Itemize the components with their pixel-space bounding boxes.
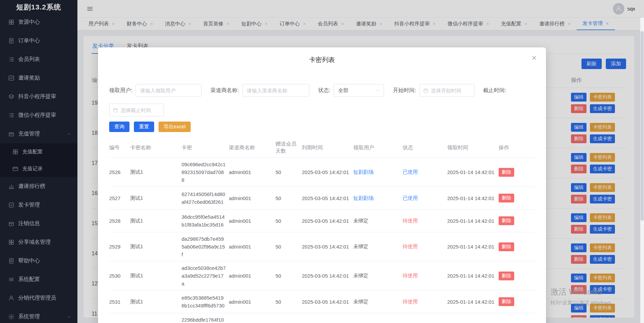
cell-receive-user: 未绑定 [353,210,403,232]
vertical-scrollbar [640,18,644,323]
status-badge: 待使用 [403,299,418,304]
calendar-icon [113,108,118,113]
column-header: 渠道商名称 [229,138,276,158]
receive-user-text: 未绑定 [353,243,368,249]
cell-status: 已使用 [403,187,447,210]
end-time-input[interactable] [121,107,160,113]
cell-expire-time: 2025-03-05 14:42:00 [302,313,353,323]
query-button[interactable]: 查询 [109,122,129,132]
column-header: 卡密名称 [130,138,182,158]
status-badge: 已使用 [403,169,418,175]
card-key-table: 编号卡密名称卡密渠道商名称赠送会员天数到期时间领取用户状态领取时间操作 2526… [109,138,535,323]
cell-days: 50 [276,158,302,187]
card-key-table-header: 编号卡密名称卡密渠道商名称赠送会员天数到期时间领取用户状态领取时间操作 [109,138,535,158]
delete-button[interactable]: 删除 [499,216,514,225]
channel-name-label: 渠道商名称: [210,87,239,94]
cell-status: 待使用 [403,232,447,261]
cell-name: 测试1 [130,232,182,261]
cell-key: 2296bddfe1764f109ec67a2ede27d1a9 [182,313,229,323]
cell-channel: admin001 [229,187,276,210]
scrollbar-thumb[interactable] [641,31,644,221]
cell-receive-user: 未绑定 [353,290,403,313]
cell-receive-time: 2025-01-14 14:42:01 [447,187,499,210]
cell-key: e85c353885e54196b1cc349fff6d5730 [182,290,229,313]
cell-id: 2531 [109,290,130,313]
column-header: 到期时间 [302,138,353,158]
receive-user-input[interactable] [136,84,201,97]
cell-receive-user: 未绑定 [353,313,403,323]
cell-id: 2514 [109,313,130,323]
cell-expire-time: 2025-03-05 14:42:01 [302,187,353,210]
cell-actions: 删除 [499,261,535,290]
cell-id: 2528 [109,210,130,232]
cell-receive-time: 2025-01-14 14:42:01 [447,210,499,232]
status-badge: 待使用 [403,218,418,223]
cell-days: 50 [276,232,302,261]
cell-days: 50 [276,187,302,210]
cell-channel: admin001 [229,158,276,187]
receive-user-text: 未绑定 [353,299,368,304]
status-badge: 已使用 [403,195,418,201]
cell-actions: 删除 [499,187,535,210]
column-header: 领取用户 [353,138,403,158]
cell-days: 50 [276,210,302,232]
cell-days: 50 [276,313,302,323]
cell-status: 待使用 [403,210,447,232]
cell-id: 2527 [109,187,130,210]
column-header: 操作 [499,138,535,158]
card-key-modal: 卡密列表 领取用户: 渠道商名称: 状态: 全部 开始时间: 截止时间: 查询 … [98,47,546,323]
cell-name: 测试1 [130,158,182,187]
cell-name: 测试1 [130,290,182,313]
delete-button[interactable]: 删除 [499,194,514,202]
column-header: 赠送会员天数 [276,138,302,158]
cell-actions: 删除 [499,232,535,261]
cell-receive-time: 2025-01-14 14:42:01 [447,158,499,187]
delete-button[interactable]: 删除 [499,168,514,177]
column-header: 卡密 [182,138,229,158]
card-key-row: 2526测试109c696ed2cc942c1892315097dad7088a… [109,158,535,187]
export-excel-button[interactable]: 导出excel [159,122,191,132]
start-time-picker[interactable] [420,84,474,97]
cell-expire-time: 2025-03-05 14:42:01 [302,210,353,232]
receive-user-label: 领取用户: [109,87,132,94]
cell-receive-time: 2025-01-14 14:42:00 [447,313,499,323]
receive-user-text: 未绑定 [353,273,368,278]
cell-channel: admin001 [229,290,276,313]
cell-expire-time: 2025-03-05 14:42:01 [302,232,353,261]
cell-actions: 删除 [499,313,535,323]
cell-status: 已使用 [403,158,447,187]
receive-user-link[interactable]: 短剧剧场 [353,195,374,201]
chevron-down-icon [375,88,380,93]
cell-channel: admin001 [229,210,276,232]
cell-id: 2530 [109,261,130,290]
cell-status: 待使用 [403,290,447,313]
delete-button[interactable]: 删除 [499,242,514,251]
start-time-input[interactable] [431,88,471,93]
cell-expire-time: 2025-03-05 14:42:01 [302,290,353,313]
cell-receive-time: 2025-01-14 14:42:01 [447,261,499,290]
filter-row-2 [109,104,535,116]
cell-status: 待使用 [403,261,447,290]
delete-button[interactable]: 删除 [499,272,514,280]
cell-channel: admin001 [229,261,276,290]
receive-user-link[interactable]: 短剧剧场 [353,169,374,175]
receive-user-text: 未绑定 [353,218,368,223]
end-time-picker[interactable] [109,104,164,116]
cell-receive-user: 短剧剧场 [353,187,403,210]
cell-key: ad3cce5038ce42b7a3a9d52c2279e17a [182,261,229,290]
status-select-value: 全部 [338,87,348,94]
card-key-row: 2528测试136dcc95f0e5a4514b1f83afa1bc35d16a… [109,210,535,232]
cell-receive-user: 未绑定 [353,261,403,290]
close-icon[interactable] [531,55,537,61]
column-header: 领取时间 [447,138,499,158]
reset-button[interactable]: 重置 [134,122,154,132]
cell-expire-time: 2025-03-05 14:42:01 [302,261,353,290]
cell-receive-user: 未绑定 [353,232,403,261]
status-select[interactable]: 全部 [334,84,384,97]
card-key-row: 2527测试16274145056f14d80af427c6ed063f261a… [109,187,535,210]
cell-name: 测试1 [130,261,182,290]
start-time-label: 开始时间: [393,87,416,94]
delete-button[interactable]: 删除 [499,297,514,306]
channel-name-input[interactable] [242,84,309,97]
column-header: 编号 [109,138,130,158]
